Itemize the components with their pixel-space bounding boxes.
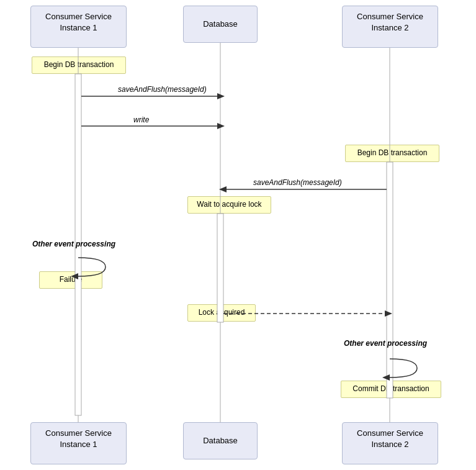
- svg-marker-14: [385, 310, 392, 317]
- note-commit-tx: Commit DB transaction: [341, 381, 441, 398]
- actor-instance1-top: Consumer ServiceInstance 1: [30, 6, 127, 48]
- svg-rect-5: [387, 162, 393, 398]
- svg-marker-7: [217, 93, 225, 99]
- svg-marker-11: [219, 186, 227, 192]
- note-wait-lock: Wait to acquire lock: [187, 196, 271, 214]
- svg-text:saveAndFlush(messageId): saveAndFlush(messageId): [118, 85, 207, 94]
- svg-rect-3: [75, 74, 81, 415]
- actor-database-top: Database: [183, 6, 258, 43]
- svg-text:write: write: [133, 115, 150, 124]
- note-begin-tx1: Begin DB transaction: [32, 56, 126, 74]
- note-lock-acquired: Lock acquired: [187, 304, 256, 322]
- sequence-diagram: Consumer ServiceInstance 1 Database Cons…: [0, 0, 476, 470]
- note-begin-tx2: Begin DB transaction: [345, 145, 439, 162]
- actor-instance1-bot: Consumer ServiceInstance 1: [30, 422, 127, 464]
- svg-text:Other event processing: Other event processing: [344, 339, 428, 348]
- svg-marker-15: [382, 374, 390, 381]
- svg-marker-9: [217, 123, 225, 129]
- actor-instance2-top: Consumer ServiceInstance 2: [342, 6, 438, 48]
- actor-database-bot: Database: [183, 422, 258, 459]
- note-failure: Failure: [39, 271, 102, 289]
- actor-instance2-bot: Consumer ServiceInstance 2: [342, 422, 438, 464]
- svg-text:Other event processing: Other event processing: [32, 240, 116, 248]
- svg-text:saveAndFlush(messageId): saveAndFlush(messageId): [253, 178, 342, 187]
